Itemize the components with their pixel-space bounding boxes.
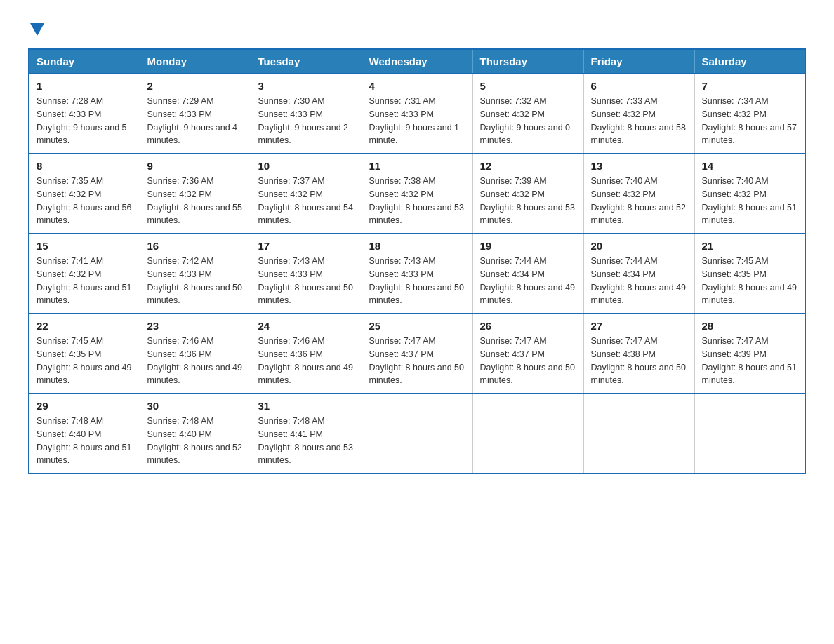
day-number: 15: [37, 240, 133, 252]
calendar-cell: 17 Sunrise: 7:43 AMSunset: 4:33 PMDaylig…: [251, 234, 362, 314]
calendar-cell: 1 Sunrise: 7:28 AMSunset: 4:33 PMDayligh…: [29, 74, 140, 154]
day-info: Sunrise: 7:42 AMSunset: 4:33 PMDaylight:…: [147, 255, 244, 307]
calendar-cell: 31 Sunrise: 7:48 AMSunset: 4:41 PMDaylig…: [251, 394, 362, 474]
day-info: Sunrise: 7:46 AMSunset: 4:36 PMDaylight:…: [258, 335, 355, 387]
calendar-cell: 16 Sunrise: 7:42 AMSunset: 4:33 PMDaylig…: [140, 234, 251, 314]
day-number: 6: [591, 80, 687, 92]
day-info: Sunrise: 7:40 AMSunset: 4:32 PMDaylight:…: [702, 175, 798, 227]
calendar-cell: 8 Sunrise: 7:35 AMSunset: 4:32 PMDayligh…: [29, 154, 140, 234]
day-info: Sunrise: 7:46 AMSunset: 4:36 PMDaylight:…: [147, 335, 244, 387]
calendar-cell: 12 Sunrise: 7:39 AMSunset: 4:32 PMDaylig…: [472, 154, 583, 234]
day-info: Sunrise: 7:34 AMSunset: 4:32 PMDaylight:…: [702, 95, 798, 147]
calendar-cell: 30 Sunrise: 7:48 AMSunset: 4:40 PMDaylig…: [140, 394, 251, 474]
calendar-cell: 4 Sunrise: 7:31 AMSunset: 4:33 PMDayligh…: [362, 74, 472, 154]
day-info: Sunrise: 7:47 AMSunset: 4:38 PMDaylight:…: [591, 335, 687, 387]
calendar-cell: [472, 394, 583, 474]
calendar-cell: 23 Sunrise: 7:46 AMSunset: 4:36 PMDaylig…: [140, 314, 251, 394]
day-info: Sunrise: 7:47 AMSunset: 4:37 PMDaylight:…: [369, 335, 465, 387]
calendar-cell: 2 Sunrise: 7:29 AMSunset: 4:33 PMDayligh…: [140, 74, 251, 154]
day-info: Sunrise: 7:37 AMSunset: 4:32 PMDaylight:…: [258, 175, 355, 227]
day-number: 27: [591, 320, 687, 332]
day-info: Sunrise: 7:43 AMSunset: 4:33 PMDaylight:…: [258, 255, 355, 307]
day-number: 1: [37, 80, 133, 92]
calendar-cell: 15 Sunrise: 7:41 AMSunset: 4:32 PMDaylig…: [29, 234, 140, 314]
day-number: 29: [37, 400, 133, 412]
day-number: 23: [147, 320, 244, 332]
calendar-cell: 3 Sunrise: 7:30 AMSunset: 4:33 PMDayligh…: [251, 74, 362, 154]
day-number: 21: [702, 240, 798, 252]
day-info: Sunrise: 7:44 AMSunset: 4:34 PMDaylight:…: [480, 255, 576, 307]
calendar-cell: 13 Sunrise: 7:40 AMSunset: 4:32 PMDaylig…: [583, 154, 694, 234]
calendar-cell: 18 Sunrise: 7:43 AMSunset: 4:33 PMDaylig…: [362, 234, 472, 314]
day-number: 13: [591, 160, 687, 172]
calendar-cell: 25 Sunrise: 7:47 AMSunset: 4:37 PMDaylig…: [362, 314, 472, 394]
day-info: Sunrise: 7:47 AMSunset: 4:39 PMDaylight:…: [702, 335, 798, 387]
calendar-cell: 28 Sunrise: 7:47 AMSunset: 4:39 PMDaylig…: [694, 314, 805, 394]
calendar-week-row: 22 Sunrise: 7:45 AMSunset: 4:35 PMDaylig…: [29, 314, 805, 394]
day-number: 11: [369, 160, 465, 172]
header-wednesday: Wednesday: [362, 49, 472, 74]
calendar-cell: 21 Sunrise: 7:45 AMSunset: 4:35 PMDaylig…: [694, 234, 805, 314]
day-number: 4: [369, 80, 465, 92]
day-number: 30: [147, 400, 244, 412]
day-number: 22: [37, 320, 133, 332]
day-info: Sunrise: 7:32 AMSunset: 4:32 PMDaylight:…: [480, 95, 576, 147]
day-info: Sunrise: 7:40 AMSunset: 4:32 PMDaylight:…: [591, 175, 687, 227]
day-info: Sunrise: 7:45 AMSunset: 4:35 PMDaylight:…: [702, 255, 798, 307]
day-number: 25: [369, 320, 465, 332]
day-number: 19: [480, 240, 576, 252]
day-info: Sunrise: 7:41 AMSunset: 4:32 PMDaylight:…: [37, 255, 133, 307]
day-info: Sunrise: 7:29 AMSunset: 4:33 PMDaylight:…: [147, 95, 244, 147]
day-number: 17: [258, 240, 355, 252]
day-info: Sunrise: 7:33 AMSunset: 4:32 PMDaylight:…: [591, 95, 687, 147]
calendar-cell: 22 Sunrise: 7:45 AMSunset: 4:35 PMDaylig…: [29, 314, 140, 394]
day-number: 14: [702, 160, 798, 172]
day-info: Sunrise: 7:48 AMSunset: 4:40 PMDaylight:…: [37, 415, 133, 467]
logo-arrow-icon: [30, 23, 44, 36]
header-thursday: Thursday: [472, 49, 583, 74]
day-number: 3: [258, 80, 355, 92]
calendar-cell: 9 Sunrise: 7:36 AMSunset: 4:32 PMDayligh…: [140, 154, 251, 234]
day-number: 24: [258, 320, 355, 332]
header-sunday: Sunday: [29, 49, 140, 74]
header-monday: Monday: [140, 49, 251, 74]
day-number: 8: [37, 160, 133, 172]
day-info: Sunrise: 7:36 AMSunset: 4:32 PMDaylight:…: [147, 175, 244, 227]
calendar-cell: 29 Sunrise: 7:48 AMSunset: 4:40 PMDaylig…: [29, 394, 140, 474]
day-info: Sunrise: 7:28 AMSunset: 4:33 PMDaylight:…: [37, 95, 133, 147]
calendar-cell: 19 Sunrise: 7:44 AMSunset: 4:34 PMDaylig…: [472, 234, 583, 314]
calendar-week-row: 15 Sunrise: 7:41 AMSunset: 4:32 PMDaylig…: [29, 234, 805, 314]
day-info: Sunrise: 7:45 AMSunset: 4:35 PMDaylight:…: [37, 335, 133, 387]
calendar-cell: 14 Sunrise: 7:40 AMSunset: 4:32 PMDaylig…: [694, 154, 805, 234]
day-number: 12: [480, 160, 576, 172]
day-info: Sunrise: 7:47 AMSunset: 4:37 PMDaylight:…: [480, 335, 576, 387]
header-tuesday: Tuesday: [251, 49, 362, 74]
day-number: 2: [147, 80, 244, 92]
calendar-cell: [362, 394, 472, 474]
day-info: Sunrise: 7:43 AMSunset: 4:33 PMDaylight:…: [369, 255, 465, 307]
day-info: Sunrise: 7:31 AMSunset: 4:33 PMDaylight:…: [369, 95, 465, 147]
calendar-header-row: SundayMondayTuesdayWednesdayThursdayFrid…: [29, 49, 805, 74]
calendar-cell: 27 Sunrise: 7:47 AMSunset: 4:38 PMDaylig…: [583, 314, 694, 394]
day-number: 9: [147, 160, 244, 172]
day-number: 28: [702, 320, 798, 332]
day-info: Sunrise: 7:35 AMSunset: 4:32 PMDaylight:…: [37, 175, 133, 227]
calendar-week-row: 8 Sunrise: 7:35 AMSunset: 4:32 PMDayligh…: [29, 154, 805, 234]
day-number: 31: [258, 400, 355, 412]
calendar-cell: 24 Sunrise: 7:46 AMSunset: 4:36 PMDaylig…: [251, 314, 362, 394]
day-info: Sunrise: 7:30 AMSunset: 4:33 PMDaylight:…: [258, 95, 355, 147]
calendar-cell: 6 Sunrise: 7:33 AMSunset: 4:32 PMDayligh…: [583, 74, 694, 154]
calendar-cell: 11 Sunrise: 7:38 AMSunset: 4:32 PMDaylig…: [362, 154, 472, 234]
calendar-cell: [694, 394, 805, 474]
day-info: Sunrise: 7:48 AMSunset: 4:40 PMDaylight:…: [147, 415, 244, 467]
day-info: Sunrise: 7:38 AMSunset: 4:32 PMDaylight:…: [369, 175, 465, 227]
logo: [28, 21, 44, 34]
calendar-cell: 7 Sunrise: 7:34 AMSunset: 4:32 PMDayligh…: [694, 74, 805, 154]
day-info: Sunrise: 7:39 AMSunset: 4:32 PMDaylight:…: [480, 175, 576, 227]
day-number: 26: [480, 320, 576, 332]
calendar-table: SundayMondayTuesdayWednesdayThursdayFrid…: [28, 48, 806, 474]
day-number: 10: [258, 160, 355, 172]
day-info: Sunrise: 7:48 AMSunset: 4:41 PMDaylight:…: [258, 415, 355, 467]
calendar-cell: 26 Sunrise: 7:47 AMSunset: 4:37 PMDaylig…: [472, 314, 583, 394]
day-number: 16: [147, 240, 244, 252]
